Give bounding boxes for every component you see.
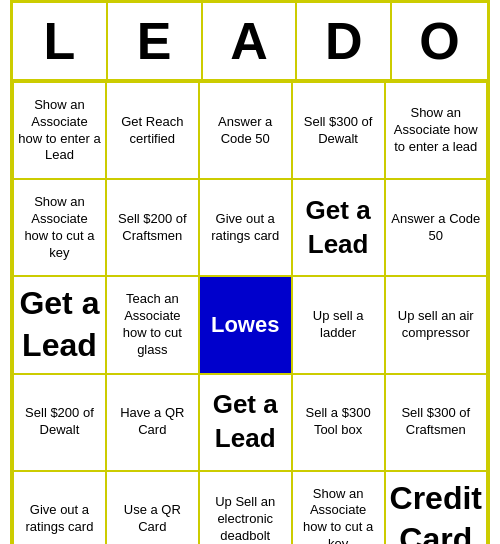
bingo-cell-12: Lowes <box>199 276 292 373</box>
bingo-cell-4: Show an Associate how to enter a lead <box>385 82 487 179</box>
bingo-cell-16: Have a QR Card <box>106 374 199 471</box>
bingo-cell-11: Teach an Associate how to cut glass <box>106 276 199 373</box>
bingo-cell-13: Up sell a ladder <box>292 276 385 373</box>
bingo-cell-22: Up Sell an electronic deadbolt <box>199 471 292 544</box>
bingo-cell-7: Give out a ratings card <box>199 179 292 276</box>
bingo-cell-19: Sell $300 of Craftsmen <box>385 374 487 471</box>
bingo-cell-17: Get a Lead <box>199 374 292 471</box>
bingo-card: LEADO Show an Associate how to enter a L… <box>10 0 490 544</box>
header-letter-d: D <box>297 3 392 79</box>
header-letter-l: L <box>13 3 108 79</box>
bingo-cell-6: Sell $200 of Craftsmen <box>106 179 199 276</box>
bingo-cell-8: Get a Lead <box>292 179 385 276</box>
bingo-cell-24: Credit Card <box>385 471 487 544</box>
bingo-cell-1: Get Reach certified <box>106 82 199 179</box>
bingo-cell-0: Show an Associate how to enter a Lead <box>13 82 106 179</box>
bingo-header: LEADO <box>13 3 487 82</box>
header-letter-a: A <box>203 3 298 79</box>
bingo-cell-5: Show an Associate how to cut a key <box>13 179 106 276</box>
bingo-grid: Show an Associate how to enter a LeadGet… <box>13 82 487 544</box>
bingo-cell-10: Get a Lead <box>13 276 106 373</box>
bingo-cell-2: Answer a Code 50 <box>199 82 292 179</box>
bingo-cell-21: Use a QR Card <box>106 471 199 544</box>
header-letter-e: E <box>108 3 203 79</box>
bingo-cell-23: Show an Associate how to cut a key <box>292 471 385 544</box>
bingo-cell-3: Sell $300 of Dewalt <box>292 82 385 179</box>
bingo-cell-18: Sell a $300 Tool box <box>292 374 385 471</box>
bingo-cell-14: Up sell an air compressor <box>385 276 487 373</box>
header-letter-o: O <box>392 3 487 79</box>
bingo-cell-15: Sell $200 of Dewalt <box>13 374 106 471</box>
bingo-cell-20: Give out a ratings card <box>13 471 106 544</box>
bingo-cell-9: Answer a Code 50 <box>385 179 487 276</box>
